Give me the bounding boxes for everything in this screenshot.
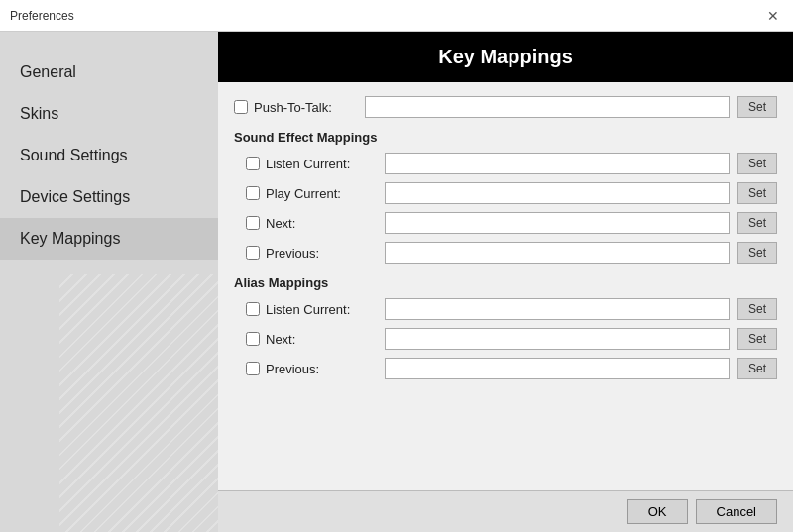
sound-next-label: Next: xyxy=(266,216,385,231)
title-bar: Preferences ✕ xyxy=(0,0,793,32)
alias-listen-current-input[interactable] xyxy=(385,298,730,320)
sound-listen-current-row: Listen Current: Set xyxy=(246,153,777,174)
alias-listen-current-checkbox[interactable] xyxy=(246,302,260,316)
alias-previous-input[interactable] xyxy=(385,358,730,379)
sound-next-checkbox[interactable] xyxy=(246,216,260,230)
alias-previous-set-button[interactable]: Set xyxy=(737,358,777,379)
panel-body[interactable]: Push-To-Talk: Set Sound Effect Mappings … xyxy=(218,82,793,490)
sidebar-item-device-settings[interactable]: Device Settings xyxy=(0,176,218,218)
alias-next-label: Next: xyxy=(266,332,385,347)
panel-title: Key Mappings xyxy=(438,46,573,67)
alias-next-input[interactable] xyxy=(385,328,730,350)
panel-header: Key Mappings xyxy=(218,32,793,82)
alias-listen-current-row: Listen Current: Set xyxy=(246,298,777,320)
alias-listen-current-label: Listen Current: xyxy=(266,302,385,317)
sound-listen-current-label: Listen Current: xyxy=(266,157,385,171)
sound-next-row: Next: Set xyxy=(246,212,777,234)
ok-button[interactable]: OK xyxy=(627,499,688,524)
alias-previous-checkbox[interactable] xyxy=(246,362,260,375)
sound-listen-current-set-button[interactable]: Set xyxy=(737,153,777,174)
alias-previous-row: Previous: Set xyxy=(246,358,777,379)
alias-next-row: Next: Set xyxy=(246,328,777,350)
push-to-talk-input[interactable] xyxy=(365,96,730,118)
sound-effect-mappings-section: Listen Current: Set Play Current: Set Ne… xyxy=(234,153,777,264)
sound-listen-current-checkbox[interactable] xyxy=(246,157,260,170)
sidebar: General Skins Sound Settings Device Sett… xyxy=(0,32,218,532)
alias-mappings-header: Alias Mappings xyxy=(234,275,777,290)
alias-next-checkbox[interactable] xyxy=(246,332,260,346)
sound-next-set-button[interactable]: Set xyxy=(737,212,777,234)
sound-play-current-checkbox[interactable] xyxy=(246,186,260,200)
push-to-talk-set-button[interactable]: Set xyxy=(737,96,777,118)
push-to-talk-row: Push-To-Talk: Set xyxy=(234,96,777,118)
sidebar-item-general[interactable]: General xyxy=(0,52,218,93)
sound-previous-label: Previous: xyxy=(266,246,385,261)
sound-previous-input[interactable] xyxy=(385,242,730,264)
sound-listen-current-input[interactable] xyxy=(385,153,730,174)
sound-effect-mappings-header: Sound Effect Mappings xyxy=(234,130,777,145)
footer: OK Cancel xyxy=(218,490,793,532)
sidebar-item-key-mappings[interactable]: Key Mappings xyxy=(0,218,218,260)
push-to-talk-label: Push-To-Talk: xyxy=(254,100,365,115)
main-container: General Skins Sound Settings Device Sett… xyxy=(0,32,793,532)
content-area: Key Mappings Push-To-Talk: Set Sound Eff… xyxy=(218,32,793,532)
alias-listen-current-set-button[interactable]: Set xyxy=(737,298,777,320)
sound-play-current-label: Play Current: xyxy=(266,186,385,201)
sidebar-item-sound-settings[interactable]: Sound Settings xyxy=(0,135,218,176)
window-title: Preferences xyxy=(10,9,74,23)
alias-previous-label: Previous: xyxy=(266,362,385,376)
sound-previous-checkbox[interactable] xyxy=(246,246,260,260)
sound-play-current-row: Play Current: Set xyxy=(246,182,777,204)
sound-previous-set-button[interactable]: Set xyxy=(737,242,777,264)
sound-play-current-input[interactable] xyxy=(385,182,730,204)
alias-next-set-button[interactable]: Set xyxy=(737,328,777,350)
sound-play-current-set-button[interactable]: Set xyxy=(737,182,777,204)
cancel-button[interactable]: Cancel xyxy=(696,499,777,524)
push-to-talk-checkbox[interactable] xyxy=(234,100,248,114)
sound-next-input[interactable] xyxy=(385,212,730,234)
alias-mappings-section: Listen Current: Set Next: Set Previous: … xyxy=(234,298,777,379)
sidebar-item-skins[interactable]: Skins xyxy=(0,93,218,135)
sound-previous-row: Previous: Set xyxy=(246,242,777,264)
close-button[interactable]: ✕ xyxy=(763,9,783,23)
